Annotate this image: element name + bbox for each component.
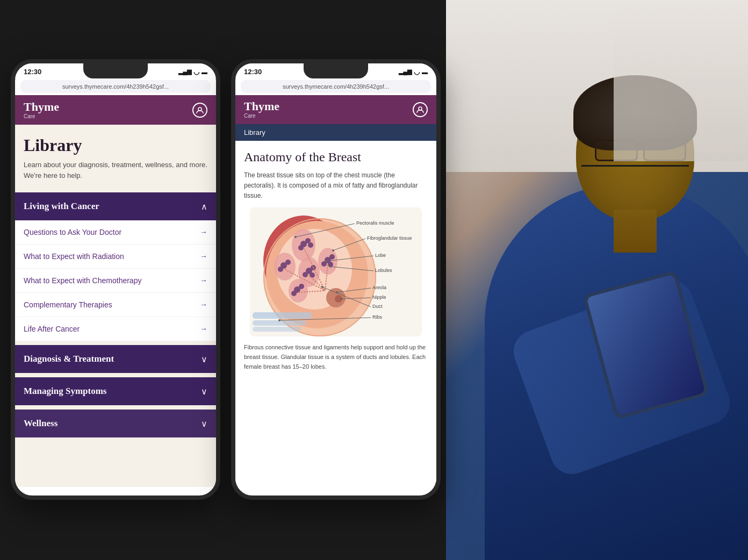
phone-1-notch (83, 63, 148, 78)
svg-point-48 (325, 260, 327, 262)
svg-text:Areola: Areola (372, 285, 386, 290)
thyme-logo-1: Thyme Care (24, 100, 59, 119)
svg-text:Ribs: Ribs (372, 314, 383, 320)
menu-item-text-complementary: Complementary Therapies (24, 300, 112, 309)
library-subtitle: Learn about your diagnosis, treatment, w… (24, 160, 207, 181)
logo-sub-text-2: Care (244, 113, 279, 119)
svg-text:Duct: Duct (372, 304, 383, 309)
phone-2-app-header: Thyme Care (235, 95, 436, 124)
phone-1-app-header: Thyme Care (15, 95, 216, 125)
svg-text:Pectoralis muscle: Pectoralis muscle (356, 220, 394, 226)
arrow-right-icon-chemo: → (200, 276, 207, 285)
logo-wrapper-1: Thyme Care (24, 100, 59, 119)
svg-point-1 (419, 107, 422, 110)
thyme-logo-2: Thyme Care (244, 100, 279, 119)
phone-1-content: Library Learn about your diagnosis, trea… (15, 125, 216, 487)
svg-text:Fibroglandular tissue: Fibroglandular tissue (367, 235, 412, 241)
article-footer-text: Fibrous connective tissue and ligaments … (244, 343, 428, 371)
svg-text:Lobules: Lobules (375, 268, 392, 273)
accordion-body-living: Questions to Ask Your Doctor → What to E… (15, 220, 216, 341)
accordion-managing[interactable]: Managing Symptoms ∨ (15, 377, 216, 405)
svg-point-51 (329, 265, 332, 268)
phone-1-status-icons: ▂▄▆ ◡ ▬ (178, 68, 207, 76)
accordion-header-text-wellness: Wellness (24, 418, 57, 429)
menu-item-life-after[interactable]: Life After Cancer → (15, 317, 216, 341)
phone-2-url-text: surveys.thymecare.com/4h239h542gsf... (283, 83, 389, 90)
svg-point-22 (303, 272, 308, 277)
svg-point-26 (291, 291, 297, 296)
logo-main-text-1: Thyme (24, 100, 59, 113)
svg-point-45 (332, 249, 334, 252)
menu-item-text-chemo: What to Expect with Chemotherapy (24, 276, 141, 285)
arrow-right-icon-radiation: → (200, 252, 207, 261)
arrow-right-icon-questions: → (200, 228, 207, 236)
phone-2-notch (304, 63, 368, 78)
chevron-down-icon-wellness: ∨ (201, 419, 207, 429)
phone-1-time: 12:30 (24, 68, 41, 76)
menu-item-radiation[interactable]: What to Expect with Radiation → (15, 245, 216, 269)
svg-point-57 (340, 298, 342, 300)
chevron-down-icon-managing: ∨ (201, 386, 207, 397)
phone-1-library: 12:30 ▂▄▆ ◡ ▬ surveys.thymecare.com/4h23… (11, 59, 220, 500)
anatomy-diagram: Pectoralis muscle Fibroglandular tissue … (244, 207, 428, 339)
svg-point-14 (298, 245, 304, 250)
svg-point-23 (310, 272, 315, 278)
svg-point-29 (278, 267, 283, 272)
svg-point-28 (285, 260, 291, 265)
article-title: Anatomy of the Breast (244, 149, 428, 165)
battery-icon: ▬ (202, 69, 207, 75)
svg-rect-40 (253, 327, 301, 332)
wifi-icon-2: ◡ (414, 68, 420, 76)
svg-point-25 (299, 284, 304, 289)
wifi-icon: ◡ (193, 68, 199, 76)
accordion-diagnosis[interactable]: Diagnosis & Treatment ∨ (15, 345, 216, 373)
menu-item-complementary[interactable]: Complementary Therapies → (15, 293, 216, 317)
arrow-right-icon-life-after: → (200, 325, 207, 333)
article-intro-text: The breast tissue sits on top of the che… (244, 170, 428, 202)
svg-point-15 (308, 242, 313, 248)
signal-icon: ▂▄▆ (178, 68, 191, 75)
svg-text:Nipple: Nipple (372, 295, 386, 300)
svg-rect-38 (253, 312, 312, 319)
accordion-living-with-cancer[interactable]: Living with Cancer ∧ (15, 192, 216, 220)
menu-item-questions[interactable]: Questions to Ask Your Doctor → (15, 220, 216, 245)
article-content-area: Anatomy of the Breast The breast tissue … (235, 141, 436, 483)
background-photo (436, 0, 748, 560)
svg-text:Lobe: Lobe (375, 253, 386, 258)
phone-2-status-icons: ▂▄▆ ◡ ▬ (399, 68, 428, 76)
logo-main-text-2: Thyme (244, 100, 279, 112)
menu-item-text-questions: Questions to Ask Your Doctor (24, 228, 121, 236)
user-icon-2[interactable] (413, 102, 428, 117)
svg-point-63 (278, 319, 280, 321)
phone-2-url-bar[interactable]: surveys.thymecare.com/4h239h542gsf... (241, 80, 431, 93)
svg-point-60 (321, 286, 323, 288)
phone-1-url-text: surveys.thymecare.com/4h239h542gsf... (62, 83, 169, 90)
user-icon-1[interactable] (192, 103, 207, 118)
menu-item-chemo[interactable]: What to Expect with Chemotherapy → (15, 269, 216, 293)
logo-sub-text-1: Care (24, 113, 59, 119)
battery-icon-2: ▬ (422, 69, 428, 75)
breadcrumb-bar[interactable]: Library (235, 124, 436, 141)
menu-item-text-life-after: Life After Cancer (24, 325, 80, 333)
phone-2-time: 12:30 (244, 68, 262, 76)
accordion-header-text-diagnosis: Diagnosis & Treatment (24, 354, 114, 364)
accordion-header-text-living: Living with Cancer (24, 201, 99, 212)
logo-wrapper-2: Thyme Care (244, 100, 279, 119)
svg-point-17 (329, 254, 335, 260)
svg-point-42 (294, 236, 297, 238)
menu-item-text-radiation: What to Expect with Radiation (24, 252, 124, 261)
chevron-up-icon-living: ∧ (201, 202, 207, 212)
accordion-wellness[interactable]: Wellness ∨ (15, 410, 216, 437)
phone-1-url-bar[interactable]: surveys.thymecare.com/4h239h542gsf... (20, 80, 211, 93)
library-title: Library (24, 135, 207, 155)
svg-point-0 (198, 107, 202, 111)
accordion-header-text-managing: Managing Symptoms (24, 386, 106, 397)
chevron-down-icon-diagnosis: ∨ (201, 354, 207, 364)
anatomy-svg-image: Pectoralis muscle Fibroglandular tissue … (244, 207, 428, 336)
arrow-right-icon-complementary: → (200, 300, 207, 309)
phone-2-article: 12:30 ▂▄▆ ◡ ▬ surveys.thymecare.com/4h23… (231, 59, 441, 500)
signal-icon-2: ▂▄▆ (399, 68, 412, 75)
breadcrumb-text: Library (244, 128, 265, 137)
library-title-section: Library Learn about your diagnosis, trea… (15, 125, 216, 189)
